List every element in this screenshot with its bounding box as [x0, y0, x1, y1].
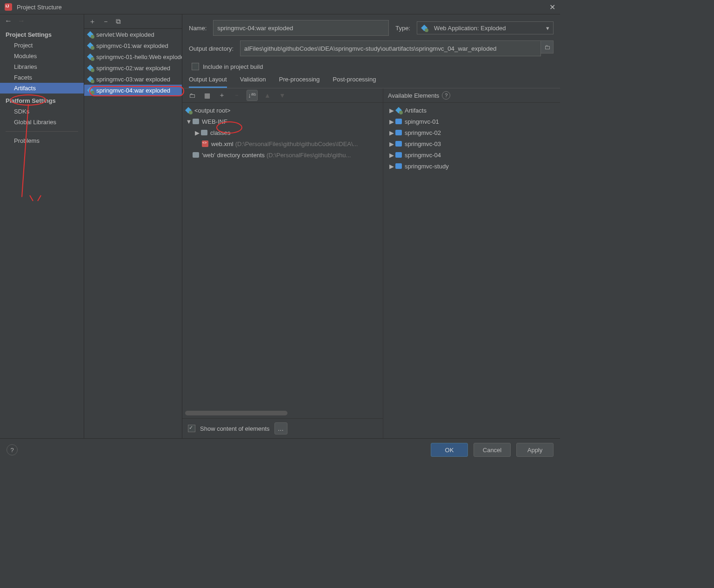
- expand-toggle[interactable]: ▶: [388, 152, 395, 159]
- include-in-build-checkbox[interactable]: [192, 63, 199, 70]
- tree-row-classes[interactable]: ▶ classes: [182, 127, 383, 138]
- artifact-icon: [87, 42, 93, 49]
- outdir-label: Output directory:: [189, 45, 234, 52]
- available-item[interactable]: ▶ springmvc-04: [383, 149, 560, 160]
- sidebar-item-problems[interactable]: Problems: [0, 135, 84, 146]
- tree-row-webdir[interactable]: 'web' directory contents (D:\PersonalFil…: [182, 149, 383, 160]
- apply-button[interactable]: Apply: [516, 443, 554, 457]
- available-item[interactable]: ▶ Artifacts: [383, 105, 560, 116]
- include-in-build-label: Include in project build: [203, 63, 263, 70]
- add-artifact-button[interactable]: ＋: [89, 17, 96, 26]
- expand-toggle[interactable]: ▶: [388, 129, 395, 136]
- tab-postprocessing[interactable]: Post-processing: [333, 76, 376, 88]
- artifact-label: springmvc-01-hello:Web exploded: [96, 53, 182, 60]
- chevron-down-icon: ▾: [546, 25, 549, 32]
- artifact-list-item[interactable]: servlet:Web exploded: [84, 29, 182, 40]
- artifact-label: springmvc-03:war exploded: [96, 76, 170, 83]
- available-item[interactable]: ▶ springmvc-03: [383, 138, 560, 149]
- artifact-detail: Name: Type: Web Application: Exploded ▾ …: [182, 14, 560, 438]
- available-label: springmvc-03: [405, 140, 441, 147]
- sidebar-heading-platform: Platform Settings: [0, 94, 84, 106]
- sidebar-item-project[interactable]: Project: [0, 40, 84, 51]
- artifact-icon: [395, 107, 402, 114]
- copy-artifact-button[interactable]: ⧉: [116, 17, 121, 26]
- available-label: springmvc-02: [405, 129, 441, 136]
- show-content-label: Show content of elements: [200, 425, 270, 432]
- available-label: spingmvc-01: [405, 118, 439, 125]
- folder-icon: 🗀: [544, 44, 550, 51]
- artifact-icon: [87, 31, 93, 38]
- app-icon: [5, 3, 12, 11]
- expand-toggle[interactable]: ▶: [194, 129, 201, 136]
- tree-label: 'web' directory contents: [202, 152, 265, 159]
- sidebar-item-modules[interactable]: Modules: [0, 51, 84, 61]
- close-icon[interactable]: ✕: [549, 3, 555, 12]
- new-archive-button[interactable]: ▦: [202, 90, 212, 100]
- artifact-list-panel: ＋ － ⧉ servlet:Web exploded spingmvc-01:w…: [84, 14, 182, 438]
- show-content-options-button[interactable]: …: [274, 422, 287, 434]
- artifact-list-item[interactable]: spingmvc-01:war exploded: [84, 40, 182, 51]
- sidebar-separator: [6, 131, 78, 132]
- folder-icon: [201, 130, 207, 135]
- artifact-icon: [87, 53, 93, 60]
- sidebar-item-facets[interactable]: Facets: [0, 72, 84, 83]
- sort-button[interactable]: ↓ªᵇ: [247, 90, 258, 101]
- horizontal-scrollbar[interactable]: [185, 411, 380, 415]
- expand-toggle[interactable]: ▼: [185, 118, 193, 125]
- artifact-icon: [185, 107, 192, 114]
- forward-button[interactable]: →: [18, 17, 25, 25]
- remove-button[interactable]: －: [232, 90, 242, 100]
- window-title: Project Structure: [17, 4, 549, 11]
- artifact-icon: [87, 65, 93, 71]
- sidebar-item-globallibs[interactable]: Global Libraries: [0, 117, 84, 127]
- sidebar-item-sdks[interactable]: SDKs: [0, 106, 84, 117]
- outdir-input[interactable]: [240, 40, 541, 56]
- artifact-label: springmvc-04:war exploded: [96, 87, 170, 94]
- sidebar-item-libraries[interactable]: Libraries: [0, 61, 84, 72]
- add-copy-button[interactable]: ＋: [217, 90, 227, 100]
- sidebar-item-artifacts[interactable]: Artifacts: [0, 83, 84, 94]
- available-item[interactable]: ▶ springmvc-02: [383, 127, 560, 138]
- folder-icon: [193, 119, 199, 124]
- remove-artifact-button[interactable]: －: [102, 17, 109, 26]
- show-content-checkbox[interactable]: [188, 425, 195, 432]
- available-item[interactable]: ▶ springmvc-study: [383, 160, 560, 172]
- type-label: Type:: [395, 25, 410, 32]
- tree-label: web.xml: [211, 140, 234, 147]
- artifact-list-item[interactable]: springmvc-03:war exploded: [84, 74, 182, 85]
- type-select[interactable]: Web Application: Exploded ▾: [417, 21, 554, 34]
- module-icon: [395, 152, 402, 158]
- folder-icon: [193, 152, 199, 158]
- expand-toggle[interactable]: ▶: [388, 118, 395, 125]
- artifact-icon: [87, 87, 93, 94]
- tab-output-layout[interactable]: Output Layout: [189, 76, 227, 88]
- artifact-list-item[interactable]: springmvc-04:war exploded: [84, 85, 182, 96]
- move-down-button[interactable]: ▼: [277, 90, 287, 100]
- footer: ? OK Cancel Apply: [0, 438, 560, 461]
- help-icon[interactable]: ?: [442, 91, 450, 100]
- module-icon: [395, 141, 402, 147]
- expand-toggle[interactable]: ▶: [388, 107, 395, 114]
- name-input[interactable]: [213, 20, 389, 36]
- tree-row-webinf[interactable]: ▼ WEB-INF: [182, 116, 383, 127]
- artifact-label: servlet:Web exploded: [96, 31, 154, 38]
- tab-preprocessing[interactable]: Pre-processing: [279, 76, 320, 88]
- tree-row-webxml[interactable]: web.xml (D:\PersonalFiles\github\githubC…: [182, 138, 383, 149]
- sidebar-heading-project: Project Settings: [0, 27, 84, 40]
- tab-validation[interactable]: Validation: [240, 76, 266, 88]
- available-item[interactable]: ▶ spingmvc-01: [383, 116, 560, 127]
- ok-button[interactable]: OK: [431, 443, 468, 457]
- cancel-button[interactable]: Cancel: [474, 443, 511, 457]
- help-button[interactable]: ?: [7, 444, 18, 455]
- tree-row-output-root[interactable]: <output root>: [182, 105, 383, 116]
- back-button[interactable]: ←: [5, 17, 12, 25]
- type-value: Web Application: Exploded: [434, 25, 506, 32]
- browse-folder-button[interactable]: 🗀: [541, 40, 554, 53]
- artifact-list-item[interactable]: springmvc-01-hello:Web exploded: [84, 51, 182, 62]
- module-icon: [395, 130, 402, 135]
- expand-toggle[interactable]: ▶: [388, 140, 395, 147]
- new-folder-button[interactable]: 🗀: [187, 90, 197, 100]
- artifact-list-item[interactable]: springmvc-02:war exploded: [84, 62, 182, 74]
- move-up-button[interactable]: ▲: [262, 90, 273, 100]
- expand-toggle[interactable]: ▶: [388, 163, 395, 170]
